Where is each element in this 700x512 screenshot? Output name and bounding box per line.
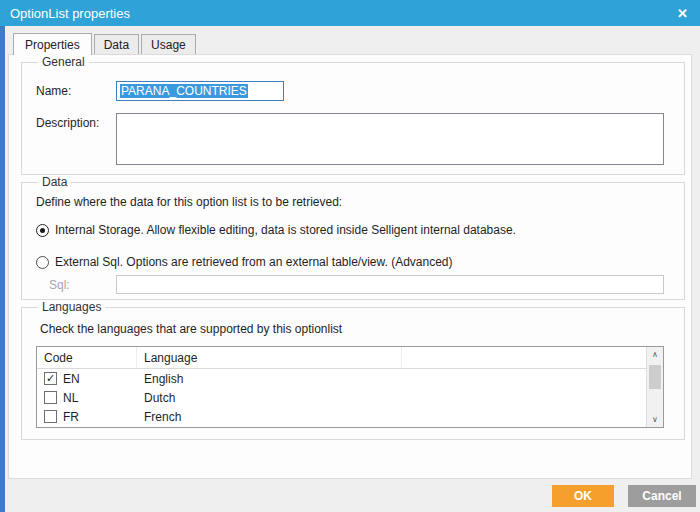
language-column-header[interactable]: Language xyxy=(137,347,402,368)
language-code: FR xyxy=(63,410,79,424)
tab-usage[interactable]: Usage xyxy=(141,34,196,54)
tab-pane-properties: General Name: PARANA_COUNTRIES Descripti… xyxy=(8,54,692,479)
description-row: Description: xyxy=(36,113,664,165)
language-name: English xyxy=(137,372,183,386)
language-row-nl[interactable]: NL Dutch xyxy=(37,388,663,407)
radio-external-sql[interactable]: External Sql. Options are retrieved from… xyxy=(36,255,664,269)
tab-data[interactable]: Data xyxy=(94,34,139,54)
radio-external-sql-label: External Sql. Options are retrieved from… xyxy=(55,255,453,269)
radio-internal-storage[interactable]: Internal Storage. Allow flexible editing… xyxy=(36,223,664,237)
languages-table-header: Code Language xyxy=(37,347,663,369)
languages-table: Code Language ✓ EN English xyxy=(36,346,664,428)
code-column-header[interactable]: Code xyxy=(37,347,137,368)
name-input[interactable]: PARANA_COUNTRIES xyxy=(116,81,284,101)
languages-intro-text: Check the languages that are supported b… xyxy=(40,322,664,336)
scrollbar-thumb[interactable] xyxy=(649,365,661,389)
language-code: EN xyxy=(63,372,80,386)
tab-properties[interactable]: Properties xyxy=(13,33,92,55)
scroll-down-icon[interactable]: ∨ xyxy=(647,412,663,427)
language-name: Dutch xyxy=(137,391,175,405)
language-checkbox-nl[interactable] xyxy=(44,391,57,404)
languages-group: Languages Check the languages that are s… xyxy=(21,300,685,440)
description-label: Description: xyxy=(36,113,116,130)
name-value-selected: PARANA_COUNTRIES xyxy=(120,84,248,98)
language-name: French xyxy=(137,410,181,424)
general-legend: General xyxy=(38,55,89,69)
sql-row: Sql: xyxy=(36,275,664,294)
language-code: NL xyxy=(63,391,78,405)
description-input[interactable] xyxy=(116,113,664,165)
window-title: OptionList properties xyxy=(10,6,130,21)
language-checkbox-fr[interactable] xyxy=(44,410,57,423)
name-row: Name: PARANA_COUNTRIES xyxy=(36,81,664,101)
button-row: OK Cancel xyxy=(5,485,700,507)
language-row-fr[interactable]: FR French xyxy=(37,407,663,426)
data-legend: Data xyxy=(38,175,71,189)
data-intro-text: Define where the data for this option li… xyxy=(36,195,664,209)
language-checkbox-en[interactable]: ✓ xyxy=(44,372,57,385)
name-label: Name: xyxy=(36,81,116,98)
dialog-body: Properties Data Usage General Name: PARA… xyxy=(0,26,700,512)
close-icon[interactable]: ✕ xyxy=(677,7,688,20)
cancel-button[interactable]: Cancel xyxy=(628,485,696,507)
optionlist-properties-dialog: OptionList properties ✕ Properties Data … xyxy=(0,0,700,512)
scroll-up-icon[interactable]: ∧ xyxy=(647,347,663,362)
ok-button[interactable]: OK xyxy=(552,485,614,507)
languages-legend: Languages xyxy=(38,300,105,314)
data-group: Data Define where the data for this opti… xyxy=(21,175,685,300)
language-row-en[interactable]: ✓ EN English xyxy=(37,369,663,388)
general-group: General Name: PARANA_COUNTRIES Descripti… xyxy=(21,55,685,175)
tab-strip: Properties Data Usage xyxy=(13,32,700,54)
radio-external-sql-icon[interactable] xyxy=(36,256,49,269)
empty-column-header xyxy=(402,347,663,368)
table-scrollbar[interactable]: ∧ ∨ xyxy=(646,347,663,427)
sql-input[interactable] xyxy=(116,275,664,294)
title-bar[interactable]: OptionList properties ✕ xyxy=(0,0,700,26)
sql-label: Sql: xyxy=(49,275,116,292)
radio-internal-storage-label: Internal Storage. Allow flexible editing… xyxy=(55,223,516,237)
radio-internal-storage-icon[interactable] xyxy=(36,224,49,237)
